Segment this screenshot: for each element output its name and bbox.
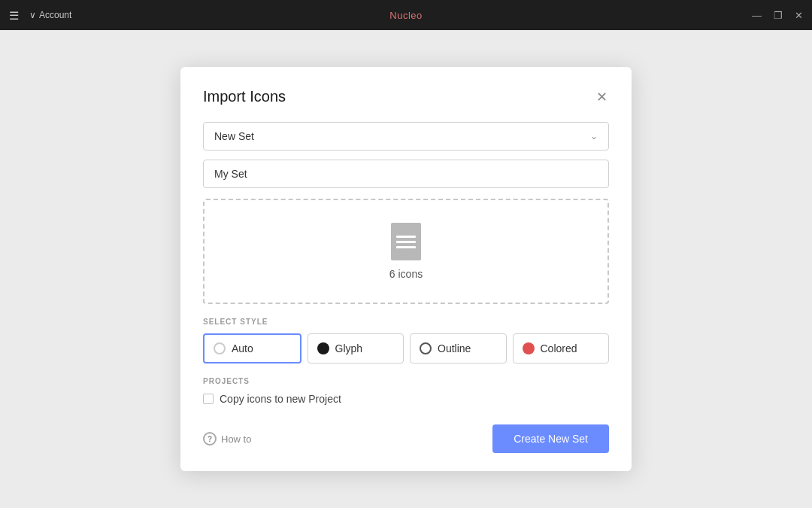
style-option-colored[interactable]: Colored xyxy=(513,333,610,364)
modal-title: Import Icons xyxy=(203,88,286,105)
projects-section: PROJECTS Copy icons to new Project xyxy=(203,377,609,405)
radio-outline-icon xyxy=(420,342,432,354)
modal-header: Import Icons ✕ xyxy=(203,88,609,105)
create-new-set-button[interactable]: Create New Set xyxy=(492,424,609,453)
copy-icons-label: Copy icons to new Project xyxy=(220,393,341,405)
doc-line-3 xyxy=(396,246,416,248)
dropdown-value: New Set xyxy=(214,130,254,142)
titlebar: ☰ ∨ Account Nucleo — ❐ ✕ xyxy=(0,0,812,30)
doc-line-1 xyxy=(396,236,416,238)
style-outline-label: Outline xyxy=(438,342,471,354)
radio-colored-icon xyxy=(523,342,535,354)
radio-auto-icon xyxy=(214,342,226,354)
style-option-glyph[interactable]: Glyph xyxy=(308,333,404,364)
import-icons-modal: Import Icons ✕ New Set ⌄ 6 icons SELECT … xyxy=(180,67,632,471)
style-glyph-label: Glyph xyxy=(335,342,363,354)
how-to-label: How to xyxy=(221,433,251,445)
style-options-group: Auto Glyph Outline Colored xyxy=(203,333,609,364)
dropzone-icons-count: 6 icons xyxy=(389,268,423,280)
copy-icons-checkbox-row[interactable]: Copy icons to new Project xyxy=(203,393,609,405)
set-type-dropdown[interactable]: New Set ⌄ xyxy=(203,122,609,151)
modal-close-button[interactable]: ✕ xyxy=(595,89,609,105)
document-icon xyxy=(391,223,421,260)
main-area: Import Icons ✕ New Set ⌄ 6 icons SELECT … xyxy=(0,30,812,508)
account-chevron: ∨ xyxy=(29,10,36,20)
restore-button[interactable]: ❐ xyxy=(774,11,783,20)
titlebar-left: ☰ ∨ Account xyxy=(9,10,71,21)
chevron-down-icon: ⌄ xyxy=(590,131,598,141)
set-name-input[interactable] xyxy=(203,160,609,188)
help-circle-icon: ? xyxy=(203,432,217,446)
style-auto-label: Auto xyxy=(232,342,253,354)
app-title: Nucleo xyxy=(389,10,422,21)
select-style-section: SELECT STYLE Auto Glyph Outline Colored xyxy=(203,318,609,364)
titlebar-controls: — ❐ ✕ xyxy=(752,11,803,20)
copy-icons-checkbox[interactable] xyxy=(203,394,214,404)
style-option-outline[interactable]: Outline xyxy=(410,333,507,364)
menu-icon[interactable]: ☰ xyxy=(9,10,19,21)
minimize-button[interactable]: — xyxy=(752,11,762,20)
style-colored-label: Colored xyxy=(541,342,577,354)
doc-line-2 xyxy=(396,241,416,243)
account-label: Account xyxy=(39,10,71,20)
close-window-button[interactable]: ✕ xyxy=(795,11,803,20)
how-to-button[interactable]: ? How to xyxy=(203,432,251,446)
radio-glyph-icon xyxy=(317,342,329,354)
file-dropzone[interactable]: 6 icons xyxy=(203,199,609,304)
select-style-label: SELECT STYLE xyxy=(203,318,609,326)
modal-footer: ? How to Create New Set xyxy=(203,421,609,453)
projects-section-label: PROJECTS xyxy=(203,377,609,385)
style-option-auto[interactable]: Auto xyxy=(203,333,301,364)
titlebar-account[interactable]: ∨ Account xyxy=(29,10,71,20)
